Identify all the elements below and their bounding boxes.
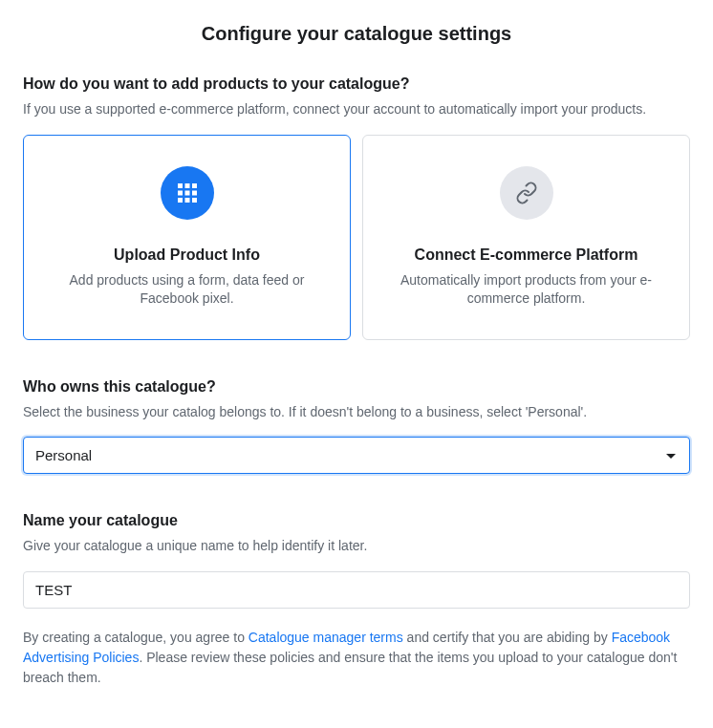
svg-rect-3	[178, 190, 183, 195]
card-upload-title: Upload Product Info	[43, 246, 331, 264]
svg-rect-7	[184, 198, 189, 203]
owner-description: Select the business your catalog belongs…	[23, 403, 690, 422]
legal-text: By creating a catalogue, you agree to Ca…	[23, 628, 690, 688]
card-upload-product-info[interactable]: Upload Product Info Add products using a…	[23, 135, 351, 340]
svg-rect-4	[184, 190, 189, 195]
card-connect-ecommerce[interactable]: Connect E-commerce Platform Automaticall…	[362, 135, 690, 340]
owner-select[interactable]: Personal	[23, 437, 690, 474]
grid-icon	[161, 166, 214, 220]
legal-prefix: By creating a catalogue, you agree to	[23, 630, 248, 645]
svg-rect-6	[178, 198, 183, 203]
add-products-heading: How do you want to add products to your …	[23, 75, 690, 93]
svg-rect-1	[184, 183, 189, 188]
page-title: Configure your catalogue settings	[23, 23, 690, 45]
legal-middle: and certify that you are abiding by	[403, 630, 612, 645]
catalogue-terms-link[interactable]: Catalogue manager terms	[248, 630, 403, 645]
card-upload-description: Add products using a form, data feed or …	[43, 271, 331, 309]
svg-rect-2	[192, 183, 197, 188]
svg-rect-5	[192, 190, 197, 195]
catalogue-name-input[interactable]	[23, 571, 690, 609]
card-connect-title: Connect E-commerce Platform	[382, 246, 670, 264]
name-description: Give your catalogue a unique name to hel…	[23, 537, 690, 556]
product-method-cards: Upload Product Info Add products using a…	[23, 135, 690, 340]
owner-select-wrap: Personal	[23, 437, 690, 474]
add-products-description: If you use a supported e-commerce platfo…	[23, 100, 690, 119]
owner-heading: Who owns this catalogue?	[23, 378, 690, 396]
svg-rect-0	[178, 183, 183, 188]
svg-rect-8	[192, 198, 197, 203]
name-heading: Name your catalogue	[23, 512, 690, 529]
card-connect-description: Automatically import products from your …	[382, 271, 670, 309]
link-icon	[500, 166, 553, 220]
